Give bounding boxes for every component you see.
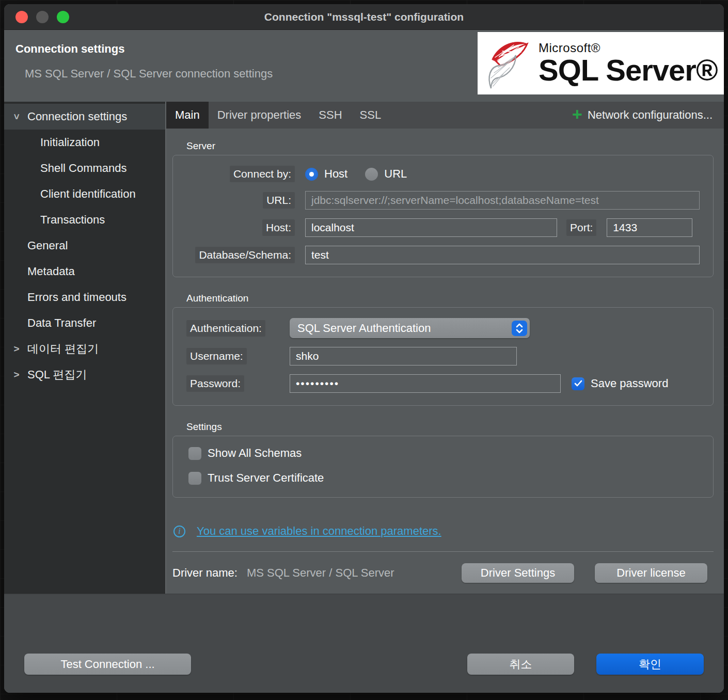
cancel-button[interactable]: 취소	[467, 654, 574, 675]
sidebar-item-label: 데이터 편집기	[27, 341, 99, 357]
port-input[interactable]: 1433	[607, 218, 692, 237]
settings-group-label: Settings	[186, 421, 714, 433]
sql-server-logo: Microsoft® SQL Server®	[478, 32, 724, 94]
driver-name-value: MS SQL Server / SQL Server	[247, 566, 394, 580]
url-radio-label: URL	[384, 167, 407, 181]
authentication-label: Authentication:	[186, 320, 265, 337]
sidebar-item-metadata[interactable]: > Metadata	[4, 259, 165, 284]
host-radio[interactable]	[305, 168, 318, 181]
logo-brand: Microsoft®	[539, 42, 718, 54]
dropdown-stepper-icon	[512, 321, 527, 336]
host-label: Host:	[262, 219, 295, 236]
sidebar-item-sql-editor[interactable]: > SQL 편집기	[4, 362, 165, 388]
sidebar-item-errors-and-timeouts[interactable]: > Errors and timeouts	[4, 284, 165, 310]
driver-license-button[interactable]: Driver license	[595, 563, 707, 583]
page-subtitle: MS SQL Server / SQL Server connection se…	[25, 67, 273, 81]
username-label: Username:	[186, 348, 247, 364]
authentication-selected-value: SQL Server Authentication	[297, 322, 512, 335]
authentication-group-label: Authentication	[186, 293, 714, 304]
settings-group-box: Show All Schemas Trust Server Certificat…	[172, 436, 714, 498]
variables-help-link[interactable]: You can use variables in connection para…	[197, 524, 441, 538]
test-connection-button[interactable]: Test Connection ...	[24, 654, 191, 675]
driver-name-label: Driver name:	[172, 566, 238, 580]
sidebar-item-label: Data Transfer	[27, 316, 96, 330]
sidebar-item-label: General	[27, 239, 68, 252]
info-row: i You can use variables in connection pa…	[173, 524, 714, 538]
chevron-down-icon[interactable]: >	[11, 112, 22, 122]
sidebar-item-label: Shell Commands	[40, 162, 127, 175]
settings-content: Main Driver properties SSH SSL + Network…	[165, 102, 724, 594]
sidebar-item-label: Errors and timeouts	[27, 291, 126, 304]
sidebar-item-label: Metadata	[27, 265, 75, 278]
sidebar-item-connection-settings[interactable]: > Connection settings	[4, 104, 165, 130]
database-schema-label: Database/Schema:	[195, 247, 295, 263]
dialog-header: Connection settings MS SQL Server / SQL …	[4, 30, 724, 102]
settings-tree: > Connection settings > Initialization >…	[4, 102, 165, 594]
main-tab-panel: Server Connect by: Host URL URL: jdbc:	[166, 129, 724, 594]
show-all-schemas-label: Show All Schemas	[208, 447, 302, 460]
password-label: Password:	[186, 375, 244, 392]
plus-icon: +	[572, 105, 582, 123]
chevron-right-icon[interactable]: >	[11, 369, 22, 380]
password-input[interactable]: •••••••••	[290, 374, 561, 393]
connection-dialog: Connection "mssql-test" configuration Co…	[4, 4, 724, 693]
port-label: Port:	[566, 219, 596, 236]
tab-driver-properties[interactable]: Driver properties	[209, 102, 310, 129]
network-configurations-label: Network configurations...	[588, 108, 713, 122]
dialog-body: > Connection settings > Initialization >…	[4, 102, 724, 594]
logo-product: SQL Server®	[539, 55, 718, 85]
host-input[interactable]: localhost	[305, 218, 557, 237]
save-password-label: Save password	[591, 377, 668, 390]
page-title: Connection settings	[15, 42, 124, 56]
network-configurations-button[interactable]: + Network configurations...	[572, 102, 724, 129]
url-label: URL:	[263, 192, 295, 209]
show-all-schemas-checkbox[interactable]	[188, 447, 201, 460]
title-bar: Connection "mssql-test" configuration	[4, 4, 724, 30]
sidebar-item-shell-commands[interactable]: > Shell Commands	[4, 155, 165, 181]
sidebar-item-initialization[interactable]: > Initialization	[4, 130, 165, 155]
ok-button[interactable]: 확인	[596, 654, 704, 675]
sidebar-item-label: SQL 편집기	[27, 367, 87, 383]
sidebar-item-transactions[interactable]: > Transactions	[4, 207, 165, 233]
server-group-label: Server	[186, 140, 714, 152]
trust-server-certificate-checkbox[interactable]	[188, 472, 201, 485]
authentication-group-box: Authentication: SQL Server Authenticatio…	[172, 307, 714, 406]
sidebar-item-label: Initialization	[40, 136, 100, 149]
sidebar-item-data-transfer[interactable]: > Data Transfer	[4, 310, 165, 336]
window-title: Connection "mssql-test" configuration	[4, 11, 724, 23]
sidebar-item-client-identification[interactable]: > Client identification	[4, 181, 165, 207]
content-divider	[172, 551, 714, 552]
sidebar-item-label: Transactions	[40, 213, 105, 227]
sql-server-logo-text: Microsoft® SQL Server®	[539, 42, 718, 85]
database-schema-input[interactable]: test	[305, 246, 700, 264]
sidebar-item-label: Client identification	[40, 187, 136, 201]
chevron-right-icon[interactable]: >	[11, 343, 22, 355]
tab-bar: Main Driver properties SSH SSL + Network…	[166, 102, 724, 129]
connect-by-label: Connect by:	[230, 166, 295, 182]
dialog-footer: Test Connection ... 취소 확인	[4, 594, 724, 693]
tab-ssl[interactable]: SSL	[351, 102, 390, 129]
tab-main[interactable]: Main	[166, 102, 209, 129]
sql-server-swoosh-icon	[485, 37, 532, 90]
url-radio[interactable]	[365, 168, 378, 181]
sidebar-item-data-editor[interactable]: > 데이터 편집기	[4, 336, 165, 362]
info-icon: i	[173, 526, 185, 537]
tab-ssh[interactable]: SSH	[310, 102, 351, 129]
authentication-select[interactable]: SQL Server Authentication	[290, 318, 530, 338]
url-input: jdbc:sqlserver://;serverName=localhost;d…	[305, 191, 700, 210]
server-group-box: Connect by: Host URL URL: jdbc:sqlserver…	[172, 155, 714, 277]
driver-row: Driver name: MS SQL Server / SQL Server …	[172, 563, 714, 583]
username-input[interactable]: shko	[290, 347, 517, 365]
host-radio-label: Host	[324, 167, 347, 181]
driver-settings-button[interactable]: Driver Settings	[462, 563, 574, 583]
sidebar-item-label: Connection settings	[27, 110, 127, 123]
sidebar-item-general[interactable]: > General	[4, 233, 165, 259]
save-password-checkbox[interactable]	[572, 377, 584, 390]
trust-server-certificate-label: Trust Server Certificate	[208, 471, 324, 485]
